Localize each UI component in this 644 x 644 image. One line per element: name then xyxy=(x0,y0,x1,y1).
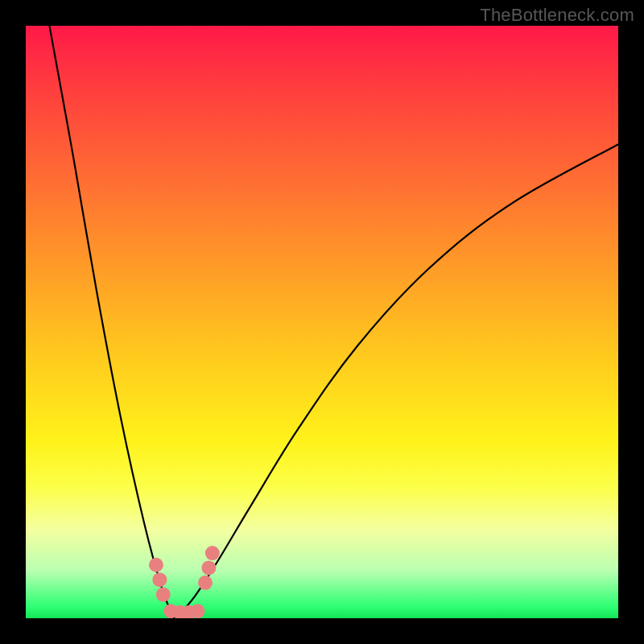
data-marker xyxy=(190,604,204,618)
marker-group xyxy=(149,546,220,618)
outer-frame: TheBottleneck.com xyxy=(0,0,644,644)
data-marker xyxy=(205,546,220,560)
data-marker xyxy=(198,576,213,590)
watermark-text: TheBottleneck.com xyxy=(480,5,634,26)
curve-right-branch xyxy=(174,144,618,618)
curves-svg xyxy=(26,26,618,618)
data-marker xyxy=(156,588,171,602)
data-marker xyxy=(149,558,163,572)
plot-area xyxy=(26,26,618,618)
data-marker xyxy=(152,572,167,587)
data-marker xyxy=(201,560,216,575)
curve-left-branch xyxy=(49,26,174,618)
